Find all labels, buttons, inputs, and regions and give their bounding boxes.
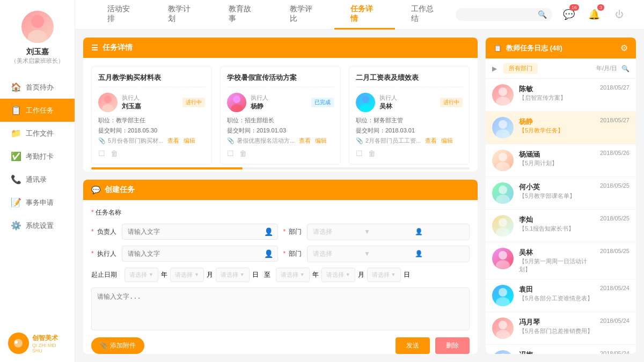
task-footer-2: ☐ 🗑 bbox=[227, 149, 334, 158]
check-icon-1[interactable]: ☐ bbox=[98, 149, 105, 158]
date-year-2-select[interactable]: 请选择 ▼ bbox=[276, 268, 310, 282]
journal-item-4[interactable]: 李灿 【5.1报告知家长书】 2018/05/25 bbox=[486, 210, 636, 242]
delete-icon-1[interactable]: 🗑 bbox=[111, 149, 118, 158]
journal-search-icon[interactable]: 🔍 bbox=[621, 65, 630, 72]
journal-avatar-4 bbox=[492, 215, 514, 237]
journal-date-7: 2018/05/24 bbox=[600, 317, 630, 324]
tab-teaching-plan[interactable]: 教学计划 bbox=[152, 0, 213, 29]
filter-arrow: ▶ bbox=[492, 65, 497, 72]
journal-item-3[interactable]: 何小英 【5月教学部课名单】 2018/05/25 bbox=[486, 177, 636, 210]
sidebar-item-attendance[interactable]: ✅ 考勤打卡 bbox=[0, 145, 75, 168]
sidebar-item-contacts[interactable]: 📞 通讯录 bbox=[0, 168, 75, 191]
filter-dept-button[interactable]: 所有部门 bbox=[503, 63, 538, 74]
chevron-down-icon-2: ▼ bbox=[364, 250, 413, 257]
journal-info-6: 袁田 【5月各部分工资谁情意表】 bbox=[519, 285, 595, 302]
scroll-thumb bbox=[91, 167, 243, 169]
journal-info-7: 冯月琴 【5月各部门总差推销费用】 bbox=[519, 317, 595, 335]
svg-point-16 bbox=[499, 186, 507, 194]
dept2-select[interactable]: 请选择 ▼ 👤 bbox=[307, 246, 470, 262]
task-name-label: 任务名称 bbox=[96, 209, 121, 216]
sidebar-item-home[interactable]: 🏠 首页待办 bbox=[0, 76, 75, 99]
filter-date-label: 年/月/日 bbox=[596, 64, 617, 72]
executor-input[interactable] bbox=[122, 225, 260, 239]
send-button[interactable]: 发送 bbox=[396, 337, 430, 354]
date-day-1-select[interactable]: 请选择 ▼ bbox=[216, 268, 250, 282]
svg-point-13 bbox=[496, 129, 510, 138]
task-action1-2[interactable]: 查看 bbox=[299, 137, 311, 145]
svg-point-11 bbox=[496, 97, 510, 106]
tab-education-story[interactable]: 教育故事 bbox=[213, 0, 273, 29]
create-task-header: 💬 创建任务 bbox=[83, 180, 478, 200]
tab-task-detail[interactable]: 任务详情 bbox=[334, 0, 395, 29]
task-description-input[interactable] bbox=[91, 287, 470, 330]
sidebar-item-settings[interactable]: ⚙️ 系统设置 bbox=[0, 214, 75, 237]
journal-item-5[interactable]: 吴林 【5月第一周周一日活动计划】 2018/05/25 bbox=[486, 242, 636, 279]
task-file-1: 📎 5月份各部门购买材... 查看 编辑 bbox=[98, 137, 205, 145]
task-item-2: 学校暑假宣传活动方案 执行人 杨静 已完成 bbox=[220, 66, 341, 165]
date-day-2-select[interactable]: 请选择 ▼ bbox=[367, 268, 401, 282]
journal-item-2[interactable]: 杨涵涵 【5月周计划】 2018/05/26 bbox=[486, 144, 636, 177]
dept2-field-group: * 部门 请选择 ▼ 👤 bbox=[283, 246, 470, 262]
task-footer-1: ☐ 🗑 bbox=[98, 149, 205, 158]
sidebar-nav: 🏠 首页待办 📋 工作任务 📁 工作文件 ✅ 考勤打卡 📞 通讯录 📝 事务申请… bbox=[0, 76, 75, 237]
delete-icon-2[interactable]: 🗑 bbox=[239, 149, 247, 158]
task-detail-card: ☰ 任务详情 五月教学购买材料表 bbox=[83, 38, 478, 172]
dept-select[interactable]: 请选择 ▼ 👤 bbox=[307, 224, 470, 240]
check-icon-3[interactable]: ☐ bbox=[356, 149, 363, 158]
journal-info-3: 何小英 【5月教学部课名单】 bbox=[519, 182, 595, 200]
task-title-1: 五月教学购买材料表 bbox=[98, 73, 205, 87]
sidebar-item-files[interactable]: 📁 工作文件 bbox=[0, 122, 75, 145]
task-submit-2: 提交时间：2019.01.03 bbox=[227, 127, 334, 135]
tab-work-summary[interactable]: 工作总结 bbox=[395, 0, 456, 29]
task-action2-2[interactable]: 编辑 bbox=[315, 137, 327, 145]
delete-icon-3[interactable]: 🗑 bbox=[368, 149, 376, 158]
right-panel: 📋 教师任务日志 (48) ⚙ ▶ 所有部门 年/月/日 🔍 陈敏 【启智宣传方… bbox=[486, 38, 636, 354]
create-task-body: * 任务名称 * 负责人 👤 bbox=[83, 200, 478, 354]
check-icon: ✅ bbox=[11, 151, 21, 161]
journal-item-7[interactable]: 冯月琴 【5月各部门总差推销费用】 2018/05/24 bbox=[486, 312, 636, 345]
journal-list: 陈敏 【启智宣传方案】 2018/05/27 杨静 【5月教学任务】 2018/… bbox=[486, 79, 636, 354]
executor2-input[interactable] bbox=[122, 247, 260, 261]
date-month-2-select[interactable]: 请选择 ▼ bbox=[321, 268, 355, 282]
date-year-1-select[interactable]: 请选择 ▼ bbox=[125, 268, 158, 282]
task-action2-3[interactable]: 编辑 bbox=[441, 137, 453, 145]
gear-icon[interactable]: ⚙ bbox=[620, 43, 628, 53]
executor-name-2: 杨静 bbox=[251, 102, 307, 111]
tab-activities[interactable]: 活动安排 bbox=[91, 0, 152, 29]
executor2-field-group: * 执行人 👤 bbox=[91, 246, 278, 262]
tab-teaching-eval[interactable]: 教学评比 bbox=[274, 0, 334, 29]
task-action1-3[interactable]: 查看 bbox=[425, 137, 437, 145]
search-icon: 🔍 bbox=[538, 10, 547, 19]
journal-item-6[interactable]: 袁田 【5月各部分工资谁情意表】 2018/05/24 bbox=[486, 279, 636, 312]
sidebar-item-task[interactable]: 📋 工作任务 bbox=[0, 99, 75, 122]
journal-name-7: 冯月琴 bbox=[519, 317, 595, 327]
executor-row: * 负责人 👤 * 部门 请选择 ▼ bbox=[91, 224, 470, 240]
journal-item-0[interactable]: 陈敏 【启智宣传方案】 2018/05/27 bbox=[486, 79, 636, 112]
power-button[interactable]: ⏻ bbox=[611, 6, 628, 23]
delete-button[interactable]: 删除 bbox=[435, 337, 470, 354]
status-badge-2: 已完成 bbox=[311, 98, 334, 107]
attach-button[interactable]: 📎 添加附件 bbox=[91, 337, 144, 354]
task-action1-1[interactable]: 查看 bbox=[167, 137, 179, 145]
svg-point-9 bbox=[360, 104, 371, 112]
dept-label: 部门 bbox=[289, 227, 302, 237]
journal-filter-row: ▶ 所有部门 年/月/日 🔍 bbox=[486, 58, 636, 79]
logo-sub: QI ZHI MEI SHU bbox=[32, 343, 67, 353]
task-name-group: * 任务名称 bbox=[91, 208, 470, 217]
journal-item-1[interactable]: 杨静 【5月教学任务】 2018/05/27 bbox=[486, 112, 636, 144]
journal-name-5: 吴林 bbox=[519, 248, 595, 257]
date-month-1-select[interactable]: 请选择 ▼ bbox=[170, 268, 204, 282]
journal-item-8[interactable]: 冯梅 【5月谱班幼儿名单】 2018/05/24 bbox=[486, 345, 636, 354]
message-button[interactable]: 💬 16 bbox=[560, 6, 577, 23]
create-task-card: 💬 创建任务 * 任务名称 * 负责人 bbox=[83, 180, 478, 354]
task-action2-1[interactable]: 编辑 bbox=[184, 137, 195, 145]
svg-point-14 bbox=[499, 153, 507, 161]
sidebar-item-affairs[interactable]: 📝 事务申请 bbox=[0, 191, 75, 214]
clip-icon-2: 📎 bbox=[227, 137, 235, 144]
check-icon-2[interactable]: ☐ bbox=[227, 149, 234, 158]
task-detail-title: 任务详情 bbox=[103, 43, 133, 53]
date-row: 起止日期 请选择 ▼ 年 请选择 ▼ 月 bbox=[91, 268, 470, 282]
executor-avatar-2 bbox=[227, 93, 246, 112]
svg-point-8 bbox=[362, 95, 369, 103]
notification-button[interactable]: 🔔 3 bbox=[586, 6, 603, 23]
